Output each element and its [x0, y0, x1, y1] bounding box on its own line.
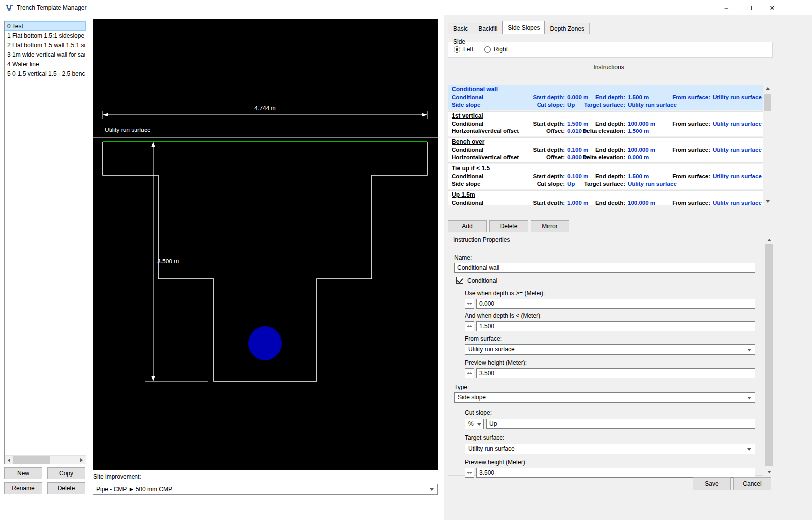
tab-depth-zones[interactable]: Depth Zones: [544, 23, 590, 34]
template-list-item[interactable]: 5 0-1.5 vertical 1.5 - 2.5 bench: [5, 69, 86, 78]
mirror-instruction-button[interactable]: Mirror: [531, 220, 569, 232]
instruction-list: Conditional wall Conditional Start depth…: [448, 85, 763, 205]
field-value: Utility run surface: [713, 199, 762, 205]
template-list-label: 2 Flat bottom 1.5 wall 1.5:1 sid: [7, 42, 86, 49]
new-button[interactable]: New: [4, 467, 42, 479]
tab-strip: Basic Backfill Side Slopes Depth Zones: [448, 21, 589, 34]
template-list-label: 5 0-1.5 vertical 1.5 - 2.5 bench: [7, 70, 86, 77]
vscroll-thumb[interactable]: [765, 244, 773, 466]
instruction-card[interactable]: 1st vertical Conditional Start depth: 1.…: [448, 111, 763, 136]
target-surface-select[interactable]: Utility run surface: [465, 444, 755, 454]
template-list-item[interactable]: 4 Water line: [5, 59, 86, 69]
properties-scrollbar: [765, 236, 773, 476]
side-left-label: Left: [463, 46, 473, 53]
instruction-name: Bench over: [448, 138, 763, 146]
scroll-down-button[interactable]: [763, 198, 772, 205]
instruction-name: 1st vertical: [448, 112, 763, 120]
instruction-row: Side slope Cut slope: Up Target surface:…: [448, 180, 763, 188]
delete-template-button[interactable]: Delete: [47, 482, 85, 494]
template-list-item[interactable]: 1 Flat bottom 1.5:1 sideslope: [5, 31, 86, 40]
field-label: Delta elevation:: [448, 128, 625, 135]
preview-height-input[interactable]: [476, 368, 755, 378]
vscroll-thumb[interactable]: [764, 94, 771, 111]
cancel-button[interactable]: Cancel: [733, 477, 771, 490]
trench-preview-canvas[interactable]: 4.744 m Utility run surface 3.500 m: [93, 19, 438, 470]
scroll-up-button[interactable]: [765, 236, 773, 244]
side-groupbox: Side Left Right: [448, 38, 773, 58]
conditional-checkbox[interactable]: [456, 277, 463, 284]
side-right-radio[interactable]: Right: [484, 46, 508, 53]
rename-button[interactable]: Rename: [4, 482, 42, 494]
instructions-header: Instructions: [444, 64, 773, 71]
template-list-item[interactable]: 3 1m wide vertical wall for sani: [5, 50, 86, 59]
add-instruction-button[interactable]: Add: [448, 220, 487, 232]
radio-checked-icon: [454, 46, 460, 53]
scroll-right-button[interactable]: [77, 456, 86, 464]
instruction-properties-legend: Instruction Properties: [452, 236, 511, 243]
pipe-circle: [248, 326, 282, 360]
scroll-up-button[interactable]: [763, 85, 772, 92]
instruction-card[interactable]: Bench over Conditional Start depth: 0.10…: [448, 137, 763, 163]
dim-arrow-right: [422, 113, 427, 117]
arrow-down-icon: [767, 471, 771, 473]
instruction-card[interactable]: Conditional wall Conditional Start depth…: [448, 85, 763, 110]
cut-slope-unit-select[interactable]: %: [465, 419, 484, 429]
field-label: Target surface:: [448, 180, 625, 188]
tab-backfill[interactable]: Backfill: [473, 23, 503, 34]
instruction-row: Conditional Start depth: 0.100 m End dep…: [448, 173, 763, 180]
field-label: From surface:: [448, 94, 710, 101]
hscroll-thumb[interactable]: [13, 456, 50, 464]
measure-distance-button[interactable]: [465, 468, 474, 478]
depth-gte-label: Use when depth is >= (Meter):: [465, 290, 545, 297]
depth-lt-input[interactable]: [476, 321, 755, 331]
instruction-list-scrollbar: [763, 85, 772, 205]
depth-gte-input[interactable]: [476, 299, 755, 309]
preview-height-label: Preview height (Meter):: [465, 359, 527, 366]
copy-button[interactable]: Copy: [47, 467, 85, 479]
template-list-item[interactable]: 0 Test: [5, 21, 86, 31]
name-input[interactable]: [454, 263, 755, 273]
side-left-radio[interactable]: Left: [454, 46, 473, 53]
close-button[interactable]: ✕: [761, 1, 784, 15]
template-list-hscrollbar: [5, 455, 86, 464]
depth-label: 3.500 m: [157, 258, 179, 265]
from-surface-select[interactable]: Utility run surface: [465, 344, 755, 355]
cut-slope-label: Cut slope:: [465, 409, 492, 416]
instruction-card[interactable]: Tie up if < 1.5 Conditional Start depth:…: [448, 164, 763, 189]
cut-slope-input[interactable]: [486, 419, 755, 429]
template-list-label: 3 1m wide vertical wall for sani: [7, 51, 86, 58]
field-label: From surface:: [448, 173, 710, 180]
arrow-left-icon: [8, 458, 10, 462]
arrow-down-icon: [766, 200, 770, 203]
measure-distance-button[interactable]: [465, 321, 474, 331]
chevron-down-icon: [747, 448, 751, 451]
delete-instruction-button[interactable]: Delete: [489, 220, 528, 232]
type-select[interactable]: Side slope: [454, 392, 755, 403]
depth-arrow-bottom: [151, 376, 155, 381]
instruction-row: Conditional Start depth: 0.100 m End dep…: [448, 146, 763, 154]
save-button[interactable]: Save: [693, 477, 731, 490]
instruction-card[interactable]: Up 1.5m Conditional Start depth: 1.000 m…: [448, 190, 763, 205]
instruction-rows: Conditional Start depth: 1.000 m End dep…: [448, 199, 763, 205]
measure-distance-button[interactable]: [465, 368, 474, 378]
side-legend: Side: [452, 38, 467, 45]
scroll-down-button[interactable]: [765, 468, 773, 476]
target-surface-value: Utility run surface: [468, 445, 515, 452]
tab-side-slopes[interactable]: Side Slopes: [502, 21, 545, 34]
field-label: From surface:: [448, 120, 710, 128]
field-label: Delta elevation:: [448, 154, 625, 161]
site-improvement-select[interactable]: Pipe - CMP ► 500 mm CMP: [93, 484, 438, 495]
minimize-button[interactable]: –: [715, 1, 738, 15]
measure-distance-button[interactable]: [465, 299, 474, 309]
field-value: 0.000 m: [628, 154, 649, 161]
instruction-row: Conditional Start depth: 0.000 m End dep…: [448, 94, 763, 101]
cut-slope-unit: %: [468, 420, 474, 427]
maximize-icon: [747, 6, 752, 10]
preview-height2-input[interactable]: [476, 468, 755, 478]
title-bar: Trench Template Manager – ✕: [0, 0, 812, 15]
scroll-left-button[interactable]: [5, 456, 13, 464]
tab-basic[interactable]: Basic: [448, 23, 473, 34]
template-list-item[interactable]: 2 Flat bottom 1.5 wall 1.5:1 sid: [5, 40, 86, 50]
instruction-row: Horizontal/vertical offset Offset: 0.800…: [448, 154, 763, 161]
maximize-button[interactable]: [738, 1, 761, 15]
